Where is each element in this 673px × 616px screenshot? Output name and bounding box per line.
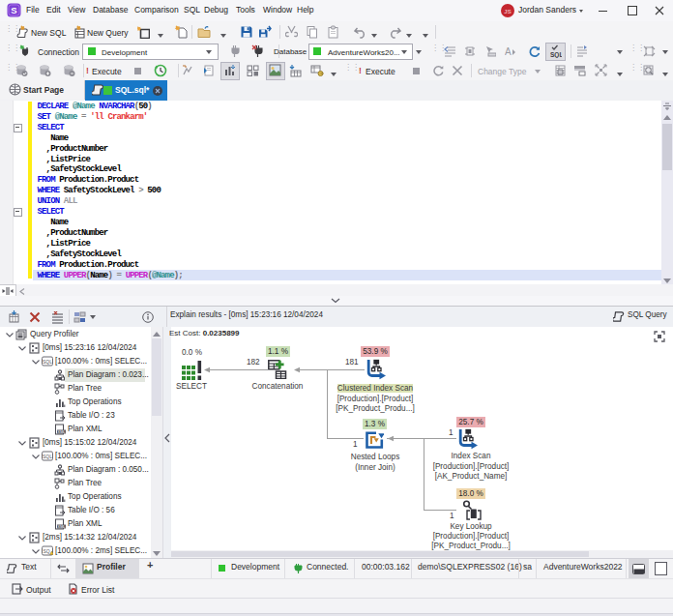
svg-text:S: S <box>11 5 16 15</box>
svg-text:SQ: SQ <box>43 548 49 554</box>
svg-text:A: A <box>505 46 512 57</box>
svg-text:XML: XML <box>58 525 66 529</box>
svg-text:SQL: SQL <box>43 454 52 459</box>
svg-text:XML: XML <box>58 430 66 434</box>
svg-text:JS: JS <box>504 9 511 15</box>
svg-text:SQL: SQL <box>550 51 562 59</box>
svg-text:SQL: SQL <box>43 359 52 365</box>
